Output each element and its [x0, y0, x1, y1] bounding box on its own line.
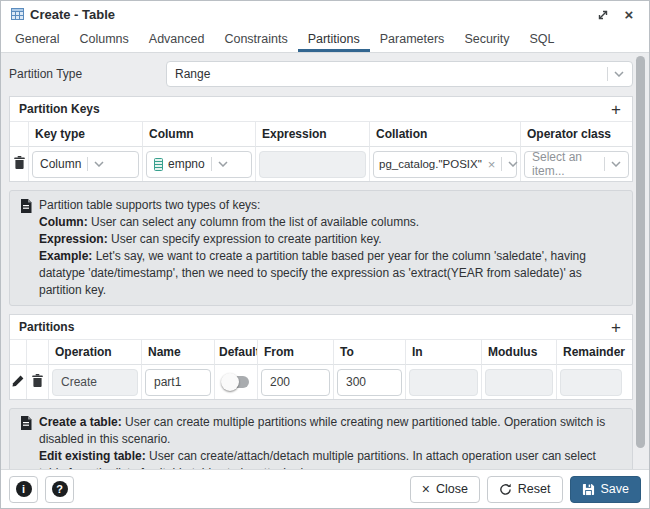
sql-info-button[interactable]: i — [9, 476, 38, 503]
header-default: Default — [214, 340, 257, 365]
header-in: In — [405, 340, 481, 365]
partition-keys-title: Partition Keys — [19, 102, 100, 116]
chevron-down-icon — [611, 161, 621, 167]
reset-button[interactable]: Reset — [487, 476, 563, 503]
help-button[interactable]: ? — [45, 476, 74, 503]
operator-class-select[interactable]: Select an item... — [524, 151, 629, 178]
header-key-type: Key type — [28, 122, 142, 147]
table-icon — [11, 6, 24, 24]
edit-partition-row-button[interactable] — [10, 365, 26, 399]
close-x-icon: × — [422, 482, 430, 496]
maximize-icon[interactable] — [593, 5, 613, 25]
chevron-down-icon — [614, 71, 624, 77]
partition-name-input[interactable] — [145, 369, 211, 396]
note-line: Edit existing table: User can create/att… — [39, 448, 622, 469]
note-icon — [20, 416, 32, 469]
header-modulus: Modulus — [481, 340, 556, 365]
delete-partition-row-button[interactable] — [26, 365, 48, 399]
help-icon: ? — [52, 481, 68, 497]
tab-advanced[interactable]: Advanced — [139, 28, 215, 52]
partition-type-value: Range — [175, 67, 601, 81]
partitions-grid: Operation Name Default From To In Modulu… — [10, 340, 632, 399]
to-input[interactable] — [337, 369, 402, 396]
tab-security[interactable]: Security — [454, 28, 519, 52]
header-collation: Collation — [369, 122, 520, 147]
chevron-down-icon — [94, 161, 104, 167]
header-to: To — [333, 340, 405, 365]
header-operator-class: Operator class — [520, 122, 632, 147]
modulus-input[interactable] — [485, 369, 553, 396]
scrollbar-track[interactable] — [635, 54, 648, 468]
tab-sql[interactable]: SQL — [520, 28, 565, 52]
partition-keys-grid: Key type Column Expression Collation Ope… — [10, 122, 632, 181]
key-type-select[interactable]: Column — [32, 151, 139, 178]
from-input[interactable] — [261, 369, 330, 396]
tab-general[interactable]: General — [5, 28, 69, 52]
trash-icon — [14, 155, 25, 173]
tab-constraints[interactable]: Constraints — [214, 28, 297, 52]
pencil-icon — [12, 373, 24, 391]
header-remainder: Remainder — [556, 340, 632, 365]
header-operation: Operation — [48, 340, 141, 365]
add-partition-key-icon[interactable]: + — [609, 101, 623, 118]
default-toggle[interactable] — [221, 375, 251, 389]
chevron-down-icon — [218, 161, 228, 167]
add-partition-icon[interactable]: + — [609, 319, 623, 336]
operation-input[interactable] — [52, 369, 138, 396]
close-button[interactable]: × Close — [410, 476, 480, 503]
info-icon: i — [16, 481, 32, 497]
note-line: Expression: User can specify expression … — [39, 231, 622, 248]
tab-columns[interactable]: Columns — [69, 28, 138, 52]
clear-icon[interactable]: × — [488, 157, 496, 172]
header-column: Column — [142, 122, 255, 147]
chevron-down-icon — [508, 161, 518, 167]
create-table-dialog: Create - Table × General Columns Advance… — [0, 0, 650, 509]
header-name: Name — [141, 340, 214, 365]
header-from: From — [257, 340, 333, 365]
expression-input[interactable] — [259, 151, 366, 178]
collation-select[interactable]: pg_catalog."POSIX" × — [373, 151, 517, 178]
column-icon — [154, 158, 163, 171]
partition-type-select[interactable]: Range — [166, 61, 633, 87]
delete-key-row-button[interactable] — [10, 147, 28, 181]
note-icon — [20, 199, 32, 299]
note-line: Column: User can select any column from … — [39, 214, 622, 231]
tab-partitions[interactable]: Partitions — [298, 28, 370, 52]
remainder-input[interactable] — [560, 369, 622, 396]
partitions-tab-content: Partition Type Range Partition Keys + Ke… — [1, 53, 649, 469]
partitions-note: Create a table: User can create multiple… — [9, 408, 633, 469]
title-bar: Create - Table × — [1, 1, 649, 28]
header-expression: Expression — [255, 122, 369, 147]
footer: i ? × Close Reset Save — [1, 469, 649, 508]
partition-type-row: Partition Type Range — [9, 61, 633, 87]
partition-keys-panel: Partition Keys + Key type Column Express… — [9, 96, 633, 182]
note-line: Create a table: User can create multiple… — [39, 414, 622, 448]
reset-icon — [499, 483, 512, 496]
partitions-title: Partitions — [19, 320, 74, 334]
close-icon[interactable]: × — [619, 5, 639, 25]
tab-bar: General Columns Advanced Constraints Par… — [1, 28, 649, 53]
partition-type-label: Partition Type — [9, 67, 166, 81]
key-column-select[interactable]: empno — [146, 151, 252, 178]
scrollbar-thumb[interactable] — [636, 56, 645, 448]
in-input[interactable] — [409, 369, 478, 396]
note-line: Example: Let's say, we want to create a … — [39, 248, 622, 299]
save-icon — [582, 483, 595, 496]
partition-keys-note: Partition table supports two types of ke… — [9, 190, 633, 306]
save-button[interactable]: Save — [570, 476, 642, 503]
note-line: Partition table supports two types of ke… — [39, 197, 622, 214]
partitions-panel: Partitions + Operation Name Default From… — [9, 314, 633, 400]
dialog-title: Create - Table — [30, 7, 115, 22]
trash-icon — [32, 373, 43, 391]
tab-parameters[interactable]: Parameters — [370, 28, 455, 52]
